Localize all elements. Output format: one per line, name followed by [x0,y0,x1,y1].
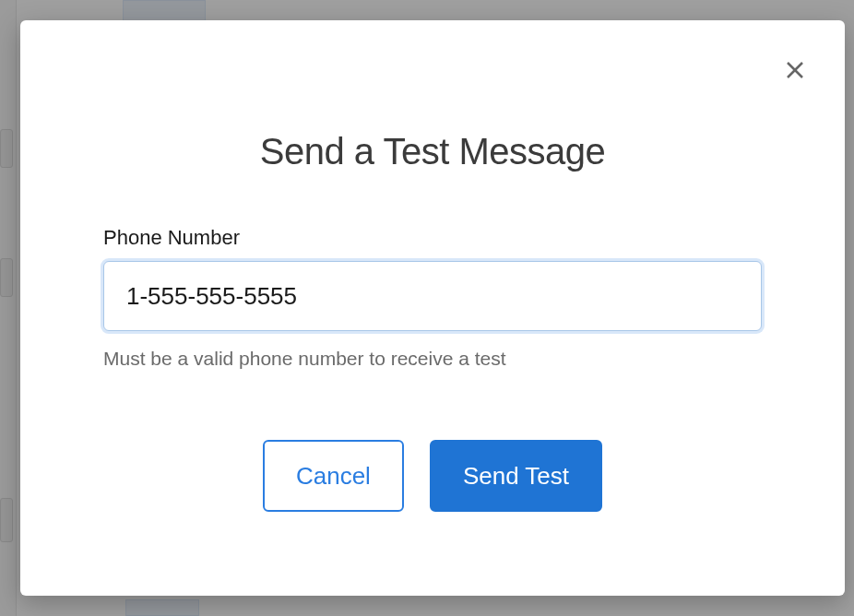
send-test-button[interactable]: Send Test [430,440,602,512]
send-test-modal: Send a Test Message Phone Number Must be… [20,20,845,596]
phone-input[interactable] [103,261,762,331]
form-area: Phone Number Must be a valid phone numbe… [57,226,808,370]
close-icon [784,59,806,81]
cancel-button[interactable]: Cancel [263,440,404,512]
phone-label: Phone Number [103,226,762,250]
button-row: Cancel Send Test [57,440,808,512]
close-button[interactable] [780,55,810,85]
modal-title: Send a Test Message [57,131,808,172]
phone-help-text: Must be a valid phone number to receive … [103,348,762,370]
